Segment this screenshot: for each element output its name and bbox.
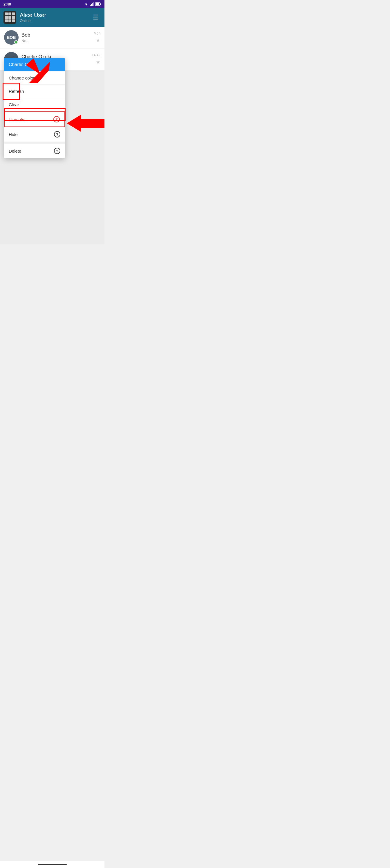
status-time: 2:40: [3, 2, 11, 6]
menu-item-refresh[interactable]: Refresh: [4, 85, 65, 98]
menu-item-hide[interactable]: Hide ?: [4, 127, 65, 142]
wifi-icon: [84, 2, 89, 6]
online-indicator-bob: [14, 40, 18, 44]
menu-item-unmute[interactable]: Unmute ?: [4, 112, 65, 127]
chat-name-bob: Bob: [22, 32, 91, 38]
menu-item-refresh-label: Refresh: [9, 89, 24, 94]
menu-item-clear[interactable]: Clear: [4, 98, 65, 112]
chat-time-charlie: 14:42: [92, 53, 100, 57]
svg-rect-7: [100, 3, 101, 5]
app-header: Alice User Online ☰: [0, 8, 104, 27]
header-status: Online: [20, 19, 87, 23]
chat-preview-bob: No...: [22, 39, 91, 43]
svg-rect-4: [93, 2, 94, 6]
avatar-bob: BOB: [4, 30, 19, 45]
menu-item-hide-label: Hide: [9, 132, 18, 137]
svg-rect-2: [91, 4, 92, 6]
help-icon-unmute[interactable]: ?: [53, 116, 60, 122]
header-title: Alice User: [20, 12, 87, 19]
header-menu-button[interactable]: ☰: [91, 11, 101, 24]
context-menu: Charlie Ozeki Change color Refresh Clear…: [4, 58, 65, 158]
star-charlie[interactable]: ★: [96, 59, 100, 65]
battery-icon: [95, 2, 101, 6]
svg-rect-6: [96, 3, 99, 5]
app-logo: [3, 11, 16, 24]
svg-rect-3: [92, 3, 93, 6]
menu-item-delete[interactable]: Delete ?: [4, 142, 65, 158]
menu-item-delete-label: Delete: [9, 149, 21, 153]
chat-info-bob: Bob No...: [19, 32, 94, 43]
status-bar: 2:40: [0, 0, 104, 8]
menu-item-clear-label: Clear: [9, 102, 19, 107]
chat-time-bob: Mon: [94, 31, 100, 35]
header-text: Alice User Online: [20, 12, 87, 23]
context-menu-title: Charlie Ozeki: [4, 58, 65, 71]
help-icon-delete[interactable]: ?: [54, 148, 60, 154]
star-bob[interactable]: ★: [96, 37, 100, 43]
svg-rect-1: [90, 5, 91, 6]
menu-item-change-color-label: Change color: [9, 75, 34, 80]
chat-meta-charlie: 14:42 ★: [92, 53, 100, 65]
chat-item-bob[interactable]: BOB Bob No... Mon ★: [0, 27, 104, 49]
chat-meta-bob: Mon ★: [94, 31, 100, 43]
menu-item-unmute-label: Unmute: [9, 117, 25, 122]
status-icons: [84, 2, 101, 6]
avatar-bob-initials: BOB: [7, 35, 16, 40]
signal-icon: [90, 2, 94, 6]
help-icon-hide[interactable]: ?: [54, 131, 60, 137]
menu-item-change-color[interactable]: Change color: [4, 71, 65, 85]
